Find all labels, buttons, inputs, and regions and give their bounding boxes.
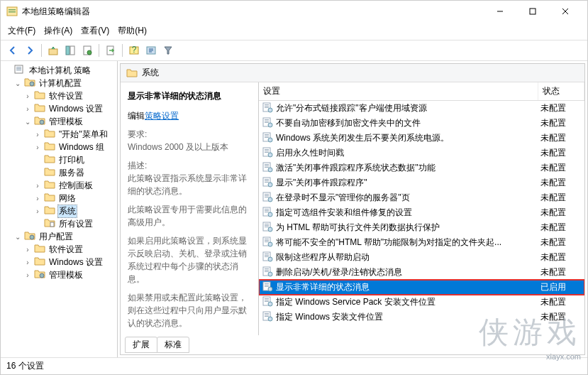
- row-label: 启用永久性时间戳: [276, 147, 538, 159]
- tree-item[interactable]: 本地计算机 策略: [4, 64, 117, 77]
- svg-rect-51: [265, 179, 269, 180]
- content-header: 系统: [121, 64, 584, 82]
- tree-twisty[interactable]: ›: [23, 271, 32, 279]
- svg-point-89: [268, 287, 272, 291]
- tree-item[interactable]: ›软件设置: [4, 89, 117, 102]
- list-row[interactable]: 限制这些程序从帮助启动未配置: [259, 250, 584, 265]
- tree-label: 打印机: [57, 154, 86, 166]
- list-row[interactable]: 不要自动加密移到加密文件夹中的文件未配置: [259, 116, 584, 131]
- minimize-button[interactable]: [484, 1, 516, 22]
- svg-rect-68: [265, 227, 269, 227]
- maximize-button[interactable]: [516, 1, 549, 22]
- list-row[interactable]: 显示非常详细的状态消息已启用: [259, 280, 584, 295]
- tree-twisty[interactable]: ⌄: [23, 118, 32, 126]
- list-row[interactable]: 删除启动/关机/登录/注销状态消息未配置: [259, 265, 584, 280]
- row-state: 未配置: [540, 207, 582, 219]
- tree-item[interactable]: ⌄管理模板: [4, 115, 117, 128]
- show-hide-tree-button[interactable]: [62, 43, 78, 58]
- list-row[interactable]: 指定 Windows 安装文件位置未配置: [259, 310, 584, 325]
- tree-item[interactable]: 服务器: [4, 166, 117, 179]
- tree-item[interactable]: ›Windows 设置: [4, 102, 117, 115]
- tabs: 扩展 标准: [121, 335, 584, 354]
- tree-item[interactable]: ›软件设置: [4, 243, 117, 256]
- toolbar-separator: [122, 44, 123, 57]
- list-row[interactable]: 在登录时不显示"管理你的服务器"页未配置: [259, 190, 584, 205]
- tree-twisty[interactable]: ›: [23, 92, 32, 100]
- svg-rect-2: [9, 11, 16, 13]
- menu-help[interactable]: 帮助(H): [118, 25, 147, 37]
- setting-icon: [262, 206, 273, 219]
- tree-item[interactable]: ›系统: [4, 205, 117, 217]
- folder-icon: [24, 231, 35, 242]
- forward-button[interactable]: [22, 43, 38, 58]
- properties-button[interactable]: [79, 43, 95, 58]
- filter-button[interactable]: [160, 43, 176, 58]
- list-row[interactable]: 启用永久性时间戳未配置: [259, 146, 584, 161]
- svg-rect-63: [265, 212, 269, 212]
- menu-action[interactable]: 操作(A): [44, 25, 72, 37]
- tab-standard[interactable]: 标准: [157, 337, 189, 353]
- list-row[interactable]: 指定 Windows Service Pack 安装文件位置未配置: [259, 295, 584, 310]
- tree-item[interactable]: ›管理模板: [4, 268, 117, 281]
- list-row[interactable]: 指定可选组件安装和组件修复的设置未配置: [259, 205, 584, 220]
- svg-rect-31: [265, 119, 269, 120]
- svg-point-64: [268, 212, 272, 217]
- tree-twisty[interactable]: ›: [23, 259, 32, 266]
- folder-icon: [44, 154, 55, 165]
- col-setting[interactable]: 设置: [259, 82, 538, 100]
- tree-item[interactable]: ›Windows 设置: [4, 256, 117, 268]
- tree-item[interactable]: ⌄用户配置: [4, 230, 117, 243]
- tree-twisty[interactable]: ›: [23, 105, 32, 113]
- tree-twisty[interactable]: ⌄: [13, 233, 22, 241]
- tree-twisty[interactable]: ›: [33, 182, 42, 190]
- svg-point-49: [268, 168, 272, 172]
- filter-options-button[interactable]: [143, 43, 159, 58]
- svg-rect-33: [265, 122, 269, 123]
- col-state[interactable]: 状态: [538, 82, 584, 100]
- tree-item[interactable]: ›控制面板: [4, 179, 117, 192]
- statusbar: 16 个设置: [1, 357, 587, 374]
- list-row[interactable]: 为 HTML 帮助可执行文件关闭数据执行保护未配置: [259, 220, 584, 235]
- export-button[interactable]: [103, 43, 118, 58]
- list-row[interactable]: 激活"关闭事件跟踪程序系统状态数据"功能未配置: [259, 161, 584, 175]
- svg-rect-53: [265, 182, 269, 183]
- tree-item[interactable]: ›Windows 组: [4, 141, 117, 153]
- row-label: 显示非常详细的状态消息: [276, 281, 538, 293]
- row-label: 显示"关闭事件跟踪程序": [276, 177, 538, 189]
- svg-rect-36: [265, 134, 269, 135]
- list-row[interactable]: 将可能不安全的"HTML 帮助"功能限制为对指定的文件夹起...未配置: [259, 235, 584, 250]
- svg-rect-81: [265, 268, 269, 269]
- help-button[interactable]: ?: [126, 43, 142, 58]
- tree-item[interactable]: ›网络: [4, 192, 117, 205]
- tree-twisty[interactable]: ›: [23, 246, 32, 254]
- tree-twisty[interactable]: ›: [33, 143, 42, 151]
- list-body[interactable]: 允许"分布式链接跟踪"客户端使用域资源未配置不要自动加密移到加密文件夹中的文件未…: [259, 101, 584, 335]
- menu-file[interactable]: 文件(F): [8, 25, 35, 37]
- tree-pane[interactable]: 本地计算机 策略⌄计算机配置›软件设置›Windows 设置⌄管理模板›"开始"…: [1, 61, 118, 357]
- svg-rect-62: [265, 210, 269, 211]
- tree-twisty[interactable]: ›: [33, 131, 42, 138]
- row-state: 未配置: [540, 311, 582, 323]
- up-button[interactable]: [45, 43, 61, 58]
- back-button[interactable]: [5, 43, 21, 58]
- tree-twisty[interactable]: ⌄: [13, 80, 22, 87]
- tree-item[interactable]: 打印机: [4, 153, 117, 166]
- tree-label: 系统: [57, 205, 77, 218]
- tree-item[interactable]: 所有设置: [4, 217, 117, 230]
- tab-extended[interactable]: 扩展: [125, 337, 157, 353]
- row-label: 限制这些程序从帮助启动: [276, 251, 538, 263]
- desc-label: 描述:: [128, 161, 147, 170]
- list-row[interactable]: Windows 系统关闭发生后不要关闭系统电源。未配置: [259, 131, 584, 146]
- list-row[interactable]: 允许"分布式链接跟踪"客户端使用域资源未配置: [259, 101, 584, 116]
- tree-item[interactable]: ⌄计算机配置: [4, 77, 117, 89]
- list-row[interactable]: 显示"关闭事件跟踪程序"未配置: [259, 175, 584, 190]
- row-state: 未配置: [540, 162, 582, 174]
- close-button[interactable]: [549, 1, 582, 22]
- setting-icon: [262, 221, 273, 234]
- tree-twisty[interactable]: ›: [33, 195, 42, 202]
- edit-policy-link[interactable]: 策略设置: [145, 111, 179, 121]
- tree-twisty[interactable]: ›: [33, 207, 42, 215]
- main-area: 本地计算机 策略⌄计算机配置›软件设置›Windows 设置⌄管理模板›"开始"…: [1, 61, 587, 357]
- tree-item[interactable]: ›"开始"菜单和: [4, 128, 117, 141]
- menu-view[interactable]: 查看(V): [81, 25, 109, 37]
